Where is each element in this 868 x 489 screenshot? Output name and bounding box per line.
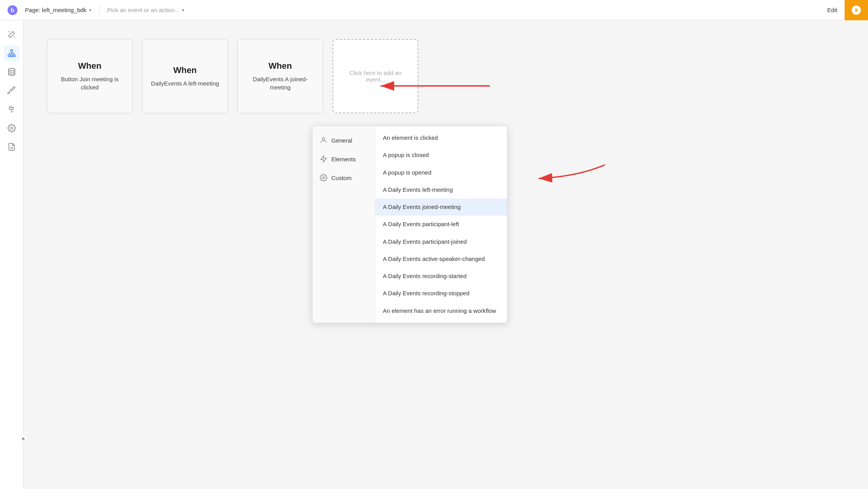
dropdown-item-daily-left[interactable]: A Daily Events left-meeting (375, 181, 507, 198)
edit-label[interactable]: Edit (827, 7, 838, 13)
event-2-desc: DailyEvents A left-meeting (151, 79, 219, 87)
page-selector[interactable]: Page: left_meeting_bdk ▾ (25, 7, 91, 13)
page-dropdown-arrow: ▾ (89, 7, 91, 13)
main-layout: ▶ When Button Join meeting is clicked Wh… (0, 20, 868, 489)
category-elements-label: Elements (331, 156, 356, 162)
svg-rect-7 (13, 55, 15, 57)
sidebar-item-settings[interactable] (4, 120, 20, 136)
event-card-2[interactable]: When DailyEvents A left-meeting (142, 39, 228, 113)
svg-line-3 (14, 37, 15, 38)
dropdown-item-daily-joined[interactable]: A Daily Events joined-meeting (375, 198, 507, 216)
dropdown-item-element-error[interactable]: An element has an error running a workfl… (375, 302, 507, 319)
dropdown-item-participant-left[interactable]: A Daily Events participant-left (375, 216, 507, 233)
svg-point-19 (11, 127, 13, 129)
category-custom[interactable]: Custom (313, 168, 375, 187)
dropdown-items-list: An element is clicked A popup is closed … (375, 126, 507, 323)
dropdown-item-active-speaker[interactable]: A Daily Events active-speaker-changed (375, 250, 507, 268)
topbar-divider (99, 5, 100, 15)
category-general[interactable]: General (313, 131, 375, 150)
sidebar-item-notes[interactable] (4, 139, 20, 155)
svg-line-14 (9, 90, 11, 92)
svg-point-13 (8, 68, 15, 71)
sidebar-item-database[interactable] (4, 64, 20, 80)
svg-line-2 (8, 31, 9, 32)
event-2-when: When (173, 65, 197, 75)
sidebar-item-plugins[interactable] (4, 102, 20, 117)
dropdown-item-recording-stopped[interactable]: A Daily Events recording-stopped (375, 285, 507, 302)
app-logo[interactable]: b (6, 4, 19, 16)
sidebar-item-magic[interactable] (4, 27, 20, 42)
event-1-when: When (78, 61, 101, 71)
svg-text:b: b (11, 7, 14, 13)
event-3-desc: DailyEvents A joined-meeting (244, 75, 317, 91)
event-dropdown-panel: General Elements Custom (312, 126, 507, 323)
event-card-3[interactable]: When DailyEvents A joined-meeting (237, 39, 323, 113)
svg-marker-25 (321, 156, 327, 162)
events-row: When Button Join meeting is clicked When… (47, 39, 845, 113)
svg-rect-17 (9, 107, 13, 109)
category-custom-label: Custom (331, 175, 352, 181)
event-1-desc: Button Join meeting is clicked (53, 75, 126, 91)
svg-rect-4 (11, 50, 13, 52)
notification-button[interactable] (845, 0, 868, 20)
page-name: Page: left_meeting_bdk (25, 7, 87, 13)
event-picker[interactable]: Pick an event or an action... ▾ (107, 7, 184, 13)
topbar: b Page: left_meeting_bdk ▾ Pick an event… (0, 0, 868, 20)
dropdown-item-recording-started[interactable]: A Daily Events recording-started (375, 268, 507, 285)
dropdown-categories: General Elements Custom (313, 126, 375, 323)
event-picker-arrow: ▾ (182, 7, 184, 13)
main-canvas: When Button Join meeting is clicked When… (23, 20, 868, 489)
dropdown-item-participant-joined[interactable]: A Daily Events participant-joined (375, 233, 507, 250)
dropdown-item-element-clicked[interactable]: An element is clicked (375, 129, 507, 146)
event-card-1[interactable]: When Button Join meeting is clicked (47, 39, 133, 113)
add-event-card[interactable]: Click here to add an event... (333, 39, 418, 113)
dropdown-item-popup-closed[interactable]: A popup is closed (375, 146, 507, 164)
svg-point-26 (323, 177, 325, 179)
dropdown-item-popup-opened[interactable]: A popup is opened (375, 164, 507, 181)
svg-point-24 (322, 137, 325, 140)
event-3-when: When (269, 61, 292, 71)
event-picker-label: Pick an event or an action... (107, 7, 180, 13)
add-event-placeholder: Click here to add an event... (340, 70, 411, 83)
svg-rect-6 (11, 55, 13, 57)
svg-rect-5 (8, 55, 10, 57)
sidebar: ▶ (0, 20, 23, 489)
sidebar-item-network[interactable] (4, 45, 20, 61)
sidebar-item-design[interactable] (4, 83, 20, 98)
category-elements[interactable]: Elements (313, 150, 375, 168)
category-general-label: General (331, 137, 352, 144)
